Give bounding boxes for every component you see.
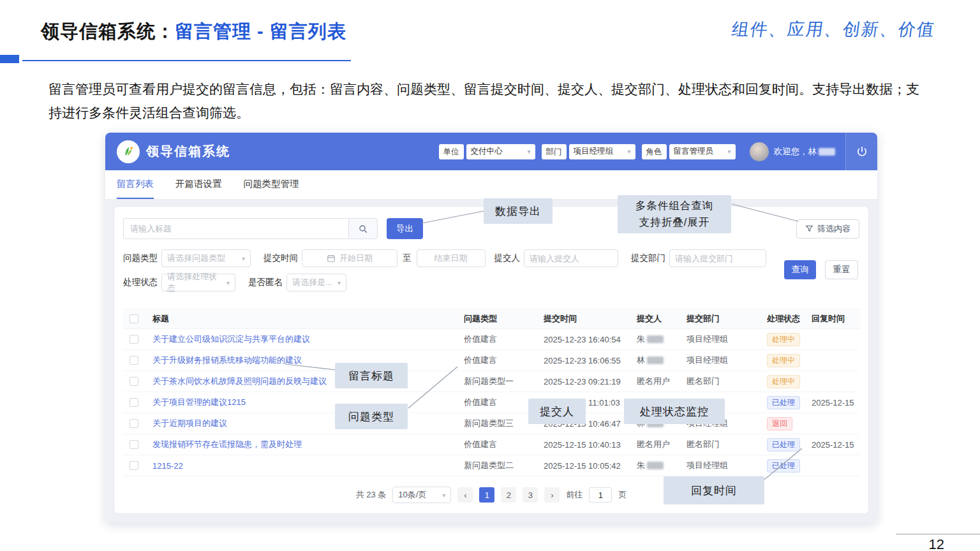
message-title-link[interactable]: 关于建立公司级知识沉淀与共享平台的建议	[152, 334, 464, 345]
goto-page-input[interactable]	[589, 487, 612, 503]
tab-message-list[interactable]: 留言列表	[117, 170, 154, 199]
search-button[interactable]	[348, 218, 378, 239]
reply-time: 2025-12-15	[812, 440, 859, 450]
submit-dept: 项目经理组	[687, 355, 767, 366]
header-submitter: 提交人	[637, 313, 687, 325]
next-page-button[interactable]: ›	[544, 487, 560, 503]
prev-page-button[interactable]: ‹	[457, 487, 473, 503]
page-title-prefix: 领导信箱系统：	[41, 21, 175, 41]
search-input[interactable]	[123, 218, 348, 239]
chevron-down-icon: ▾	[622, 148, 630, 155]
message-title-link[interactable]: 关于近期项目的建议	[152, 418, 464, 429]
issue-type: 价值建言	[464, 334, 544, 345]
table-row: 关于近期项目的建议 新问题类型三 2025-12-15 10:46:47 林 项…	[123, 413, 859, 434]
logout-power-button[interactable]	[845, 133, 877, 170]
row-checkbox[interactable]	[130, 461, 138, 470]
chevron-down-icon: ▾	[223, 279, 230, 286]
table-row: 关于项目管理的建议1215 价值建言 2025-12-15 11:01:03 已…	[123, 392, 859, 413]
goto-label: 前往	[566, 489, 583, 501]
filter-row-2: 处理状态 请选择处理状态 ▾ 是否匿名 请选择是... ▾	[123, 274, 859, 291]
slide-description: 留言管理员可查看用户提交的留言信息，包括：留言内容、问题类型、留言提交时间、提交…	[48, 78, 924, 125]
page-button-3[interactable]: 3	[523, 487, 538, 503]
submitter-input[interactable]	[524, 249, 618, 267]
row-checkbox[interactable]	[130, 398, 138, 407]
message-title-link[interactable]: 发现报销环节存在谎报隐患，需及时处理	[152, 439, 464, 450]
page-size-select[interactable]: 10条/页 ▾	[392, 487, 451, 503]
page-title-highlight: 留言管理 - 留言列表	[175, 21, 346, 41]
header-reply-time: 回复时间	[812, 313, 859, 325]
title-underline	[22, 60, 351, 61]
redacted-name	[819, 148, 835, 156]
issue-type: 新问题类型一	[464, 376, 544, 387]
callout-multi-condition-query: 多条件组合查询 支持折叠/展开	[618, 195, 731, 233]
redacted-name	[647, 335, 664, 343]
message-title-link[interactable]: 关于项目管理的建议1215	[152, 397, 464, 408]
search-icon	[358, 224, 368, 234]
anonymous-select[interactable]: 请选择是... ▾	[286, 274, 346, 291]
submit-dept-input[interactable]	[669, 249, 766, 267]
slide-page-number: 12	[929, 536, 944, 551]
tab-issue-type-management[interactable]: 问题类型管理	[244, 170, 299, 199]
header-issue-type: 问题类型	[464, 313, 544, 325]
start-date-picker[interactable]: 开始日期	[302, 249, 397, 267]
row-checkbox[interactable]	[130, 419, 138, 428]
status-badge: 处理中	[767, 333, 800, 346]
status-select[interactable]: 请选择处理状态 ▾	[161, 274, 235, 291]
tab-bar: 留言列表 开篇语设置 问题类型管理	[105, 170, 877, 200]
table-row: 发现报销环节存在谎报隐患，需及时处理 价值建言 2025-12-15 10:40…	[123, 434, 859, 455]
message-title-link[interactable]: 关于茶水间饮水机故障及照明问题的反映与建议	[152, 376, 464, 387]
total-count: 共 23 条	[356, 489, 387, 501]
redacted-name	[647, 356, 664, 364]
row-checkbox[interactable]	[130, 440, 138, 449]
table-header-row: 标题 问题类型 提交时间 提交人 提交部门 处理状态 回复时间	[123, 309, 859, 329]
row-checkbox[interactable]	[130, 356, 138, 365]
unit-select[interactable]: 交付中心 ▾	[466, 144, 535, 159]
callout-status-monitor: 处理状态监控	[624, 399, 725, 424]
tab-opening-settings[interactable]: 开篇语设置	[175, 170, 222, 199]
page-button-2[interactable]: 2	[501, 487, 516, 503]
role-select[interactable]: 留言管理员 ▾	[669, 144, 736, 159]
submit-dept: 匿名部门	[687, 439, 767, 450]
submitter: 朱	[637, 334, 687, 345]
row-checkbox[interactable]	[130, 377, 138, 386]
callout-issue-type: 问题类型	[335, 404, 408, 429]
export-button[interactable]: 导出	[387, 218, 423, 239]
header-title: 标题	[152, 313, 464, 325]
page-button-1[interactable]: 1	[479, 487, 494, 503]
issue-type-select[interactable]: 请选择问题类型 ▾	[161, 249, 251, 267]
reset-button[interactable]: 重置	[825, 260, 858, 279]
submit-time: 2025-12-15 10:40:13	[544, 440, 637, 450]
status-badge: 已处理	[767, 438, 800, 452]
role-label: 角色	[642, 144, 667, 159]
submitter: 朱	[637, 460, 687, 471]
status-badge: 已处理	[767, 459, 800, 473]
status-badge: 已处理	[767, 396, 800, 409]
callout-message-title: 留言标题	[335, 363, 408, 388]
submit-dept: 项目经理组	[687, 460, 767, 471]
message-title-link[interactable]: 关于升级财务报销系统移动端功能的建议	[152, 355, 464, 366]
brand-title: 领导信箱系统	[146, 143, 230, 160]
slogan: 组件、应用、创新、价值	[732, 18, 935, 41]
submit-time: 2025-12-23 16:40:54	[544, 335, 637, 344]
status-badge: 处理中	[767, 375, 800, 388]
brand-logo-icon	[117, 140, 140, 163]
issue-type: 价值建言	[464, 355, 544, 366]
select-all-checkbox[interactable]	[130, 314, 138, 323]
message-table: 标题 问题类型 提交时间 提交人 提交部门 处理状态 回复时间 关于建立公司级知…	[123, 309, 859, 476]
filter-toggle-button[interactable]: 筛选内容	[796, 219, 859, 239]
end-date-picker[interactable]: 结束日期	[417, 249, 486, 267]
header-status: 处理状态	[767, 313, 812, 325]
query-button[interactable]: 查询	[784, 260, 816, 279]
submitter: 匿名用户	[637, 439, 687, 450]
message-title-link[interactable]: 1215-22	[152, 461, 464, 471]
header-submit-time: 提交时间	[544, 313, 637, 325]
issue-type: 新问题类型二	[464, 460, 544, 471]
submit-dept: 项目经理组	[687, 334, 767, 345]
dept-select[interactable]: 项目经理组 ▾	[569, 144, 635, 159]
chevron-down-icon: ▾	[722, 148, 731, 155]
footer-divider	[896, 534, 980, 534]
page-unit-label: 页	[618, 489, 627, 501]
row-checkbox[interactable]	[130, 335, 138, 344]
power-icon	[856, 145, 868, 158]
user-avatar[interactable]	[750, 142, 769, 161]
